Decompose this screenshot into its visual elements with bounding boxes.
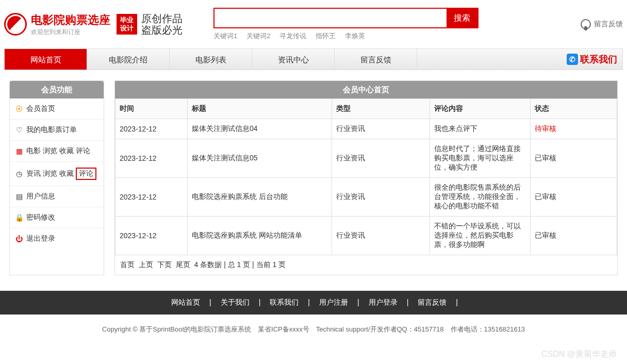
table-cell: 2023-12-12 xyxy=(116,119,188,139)
footer-link[interactable]: 关于我们 xyxy=(221,298,250,306)
sidebar-item-label: 用户信息 xyxy=(26,192,55,201)
keyword-link[interactable]: 关键词2 xyxy=(246,32,270,40)
keyword-links: 关键词1关键词2寻龙传说指怀王李焕英 xyxy=(213,31,478,41)
table-cell: 很全的电影院售票系统的后台管理系统，功能很全面，核心的电影功能不错 xyxy=(430,178,531,217)
sidebar-item-label: 电影 浏览 收藏 评论 xyxy=(26,146,90,156)
footer-copyright: Copyright © 基于SprintBoot的电影院订票选座系统 某省ICP… xyxy=(0,315,627,344)
page-prev[interactable]: 上页 xyxy=(139,260,153,269)
table-cell: 行业资讯 xyxy=(332,217,430,255)
footer-link[interactable]: 网站首页 xyxy=(171,298,200,306)
keyword-link[interactable]: 李焕英 xyxy=(345,32,365,40)
pagination: 首页 上页 下页 尾页 4 条数据 | 总 1 页 | 当前 1 页 xyxy=(115,255,617,275)
search-box: 搜索 xyxy=(213,8,478,28)
comments-table: 时间标题类型评论内容状态 2023-12-12媒体关注测试信息04行业资讯我也来… xyxy=(115,98,617,255)
sidebar-title: 会员功能 xyxy=(10,81,104,98)
nav-item[interactable]: 电影院介绍 xyxy=(87,49,170,70)
site-subtitle: 欢迎您到来和订座 xyxy=(31,28,110,37)
phone-icon: ✆ xyxy=(567,54,578,65)
page-first[interactable]: 首页 xyxy=(120,260,135,269)
contact-us[interactable]: ✆ 联系我们 xyxy=(567,49,622,70)
table-cell: 行业资讯 xyxy=(332,139,430,178)
table-cell: 不错的一个毕设系统，可以选择座位，然后购买电影票，很多功能啊 xyxy=(430,217,531,255)
keyword-link[interactable]: 寻龙传说 xyxy=(279,32,306,40)
table-header: 标题 xyxy=(188,99,332,119)
table-header: 评论内容 xyxy=(430,99,531,119)
sidebar-item[interactable]: ▤ 用户信息 xyxy=(10,186,104,207)
table-cell: 电影院选座购票系统 后台功能 xyxy=(188,178,332,217)
table-header: 状态 xyxy=(531,99,617,119)
table-row: 2023-12-12媒体关注测试信息05行业资讯信息时代了；通过网络直接购买电影… xyxy=(116,139,617,178)
sidebar-item-label: 会员首页 xyxy=(26,104,55,113)
table-cell: 已审核 xyxy=(531,217,617,255)
search-button[interactable]: 搜索 xyxy=(447,9,477,27)
logo-area[interactable]: 电影院购票选座 欢迎您到来和订座 xyxy=(4,12,110,37)
table-header: 类型 xyxy=(332,99,430,119)
table-cell: 行业资讯 xyxy=(332,119,430,139)
table-cell: 电影院选座购票系统 网站功能清单 xyxy=(188,217,332,255)
footer-nav: 网站首页 | 关于我们 | 联系我们 | 用户注册 | 用户登录 | 留言反馈 … xyxy=(0,291,627,315)
keyword-link[interactable]: 关键词1 xyxy=(213,32,237,40)
tagline: 原创作品 盗版必光 xyxy=(141,13,183,36)
page-last[interactable]: 尾页 xyxy=(176,260,190,269)
logo-icon xyxy=(4,13,27,36)
sidebar-item[interactable]: ◷ 资讯 浏览 收藏 评论 xyxy=(10,162,104,186)
table-cell: 待审核 xyxy=(531,119,617,139)
search-input[interactable] xyxy=(214,9,447,27)
table-cell: 媒体关注测试信息04 xyxy=(188,119,332,139)
table-cell: 我也来点评下 xyxy=(430,119,531,139)
table-row: 2023-12-12电影院选座购票系统 后台功能行业资讯很全的电影院售票系统的后… xyxy=(116,178,617,217)
footer-link[interactable]: 留言反馈 xyxy=(418,298,447,306)
content-title: 会员中心首页 xyxy=(115,81,617,98)
table-row: 2023-12-12媒体关注测试信息04行业资讯我也来点评下待审核 xyxy=(116,119,617,139)
table-cell: 已审核 xyxy=(531,178,617,217)
footer-link[interactable]: 用户登录 xyxy=(369,298,398,306)
sidebar-item[interactable]: 🔒 密码修改 xyxy=(10,207,104,228)
nav-item[interactable]: 留言反馈 xyxy=(335,49,417,70)
site-title: 电影院购票选座 xyxy=(31,12,110,28)
table-cell: 行业资讯 xyxy=(332,178,430,217)
table-cell: 媒体关注测试信息05 xyxy=(188,139,332,178)
table-cell: 2023-12-12 xyxy=(116,217,188,255)
table-header: 时间 xyxy=(116,99,188,119)
page-next[interactable]: 下页 xyxy=(157,260,172,269)
nav-item[interactable]: 网站首页 xyxy=(5,49,87,70)
main-nav: 网站首页电影院介绍电影列表资讯中心留言反馈 ✆ 联系我们 xyxy=(4,48,623,70)
header: 电影院购票选座 欢迎您到来和订座 毕业设计 原创作品 盗版必光 搜索 关键词1关… xyxy=(4,0,623,48)
sidebar: 会员功能 ⦿ 会员首页♡ 我的电影票订单▦ 电影 浏览 收藏 评论◷ 资讯 浏览… xyxy=(9,80,104,275)
content-panel: 会员中心首页 时间标题类型评论内容状态 2023-12-12媒体关注测试信息04… xyxy=(114,80,618,275)
sidebar-item-label: 密码修改 xyxy=(26,213,55,222)
nav-item[interactable]: 电影列表 xyxy=(170,49,252,70)
sidebar-item-label: 资讯 浏览 收藏 xyxy=(26,169,74,178)
feedback-link-top[interactable]: 留言反馈 xyxy=(581,19,623,29)
table-cell: 已审核 xyxy=(531,139,617,178)
keyword-link[interactable]: 指怀王 xyxy=(316,32,336,40)
sidebar-item[interactable]: ⦿ 会员首页 xyxy=(10,98,104,120)
table-cell: 2023-12-12 xyxy=(116,139,188,178)
table-row: 2023-12-12电影院选座购票系统 网站功能清单行业资讯不错的一个毕设系统，… xyxy=(116,217,617,255)
table-cell: 2023-12-12 xyxy=(116,178,188,217)
sidebar-item[interactable]: ▦ 电影 浏览 收藏 评论 xyxy=(10,141,104,162)
highlighted-label: 评论 xyxy=(76,168,96,180)
badge-graduation: 毕业设计 xyxy=(117,14,137,35)
sidebar-item[interactable]: ⏻ 退出登录 xyxy=(10,228,104,249)
sidebar-item-label: 退出登录 xyxy=(26,234,55,243)
footer-link[interactable]: 用户注册 xyxy=(319,298,348,306)
footer-link[interactable]: 联系我们 xyxy=(270,298,299,306)
sidebar-item-label: 我的电影票订单 xyxy=(26,125,77,135)
table-cell: 信息时代了；通过网络直接购买电影票，海可以选座位，确实方便 xyxy=(430,139,531,178)
page-info: 4 条数据 | 总 1 页 | 当前 1 页 xyxy=(194,260,286,269)
sidebar-item[interactable]: ♡ 我的电影票订单 xyxy=(10,120,104,141)
headset-icon xyxy=(581,19,591,29)
nav-item[interactable]: 资讯中心 xyxy=(252,49,335,70)
